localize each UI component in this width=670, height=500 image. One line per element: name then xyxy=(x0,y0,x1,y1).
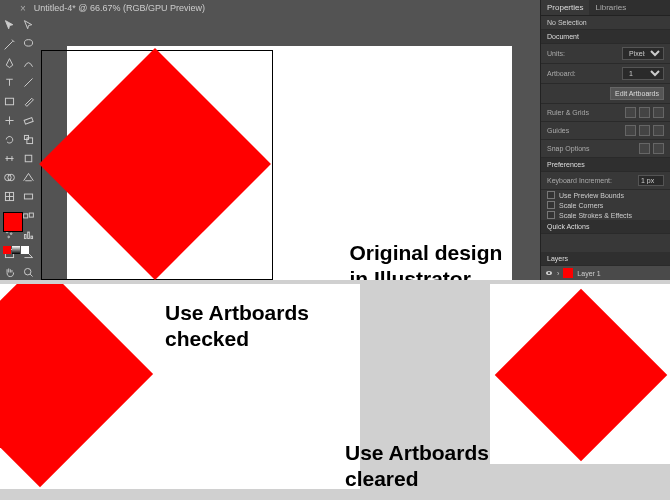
svg-point-0 xyxy=(24,40,32,47)
units-row: Units: Pixels xyxy=(541,44,670,64)
gradient-tool-icon[interactable] xyxy=(19,187,38,206)
type-tool-icon[interactable] xyxy=(0,73,19,92)
export-cleared-example xyxy=(490,284,670,464)
selection-status: No Selection xyxy=(541,16,670,30)
comparison-area xyxy=(0,280,670,500)
units-label: Units: xyxy=(547,50,565,57)
chevron-right-icon[interactable]: › xyxy=(557,270,559,277)
none-mode-icon[interactable] xyxy=(21,246,29,254)
smart-guides-icon[interactable] xyxy=(653,125,664,136)
caption-line: Original design xyxy=(350,241,503,264)
rectangle-tool-icon[interactable] xyxy=(0,92,19,111)
svg-rect-5 xyxy=(25,155,32,162)
lock-guides-icon[interactable] xyxy=(639,125,650,136)
shape-builder-tool-icon[interactable] xyxy=(0,168,19,187)
magic-wand-tool-icon[interactable] xyxy=(0,35,19,54)
caption-cleared: Use Artboards cleared xyxy=(345,440,489,493)
properties-panel: Properties Libraries No Selection Docume… xyxy=(540,0,670,280)
scale-tool-icon[interactable] xyxy=(19,130,38,149)
caption-checked: Use Artboards checked xyxy=(165,300,309,353)
eraser-tool-icon[interactable] xyxy=(19,111,38,130)
checkbox-icon[interactable] xyxy=(547,211,555,219)
artboard[interactable]: Original design in Illustrator xyxy=(67,46,512,281)
guides-row: Guides xyxy=(541,122,670,140)
section-preferences: Preferences xyxy=(541,158,670,172)
layer-name[interactable]: Layer 1 xyxy=(577,270,600,277)
tab-libraries[interactable]: Libraries xyxy=(589,0,632,15)
snap-pixel-icon[interactable] xyxy=(639,143,650,154)
width-tool-icon[interactable] xyxy=(0,149,19,168)
edit-artboards-button[interactable]: Edit Artboards xyxy=(610,87,664,100)
shaper-tool-icon[interactable] xyxy=(0,111,19,130)
caption-line: cleared xyxy=(345,467,419,490)
color-swatch[interactable] xyxy=(3,212,33,254)
use-preview-bounds-row[interactable]: Use Preview Bounds xyxy=(541,190,670,200)
curvature-tool-icon[interactable] xyxy=(19,54,38,73)
ruler-grids-row: Ruler & Grids xyxy=(541,104,670,122)
kb-increment-input[interactable] xyxy=(638,175,664,186)
fill-color-swatch[interactable] xyxy=(3,212,23,232)
red-diamond-shape xyxy=(495,289,668,462)
illustrator-window: × Untitled-4* @ 66.67% (RGB/GPU Preview) xyxy=(0,0,670,280)
snap-options-label: Snap Options xyxy=(547,145,589,152)
checkbox-icon[interactable] xyxy=(547,191,555,199)
layer-thumbnail xyxy=(563,268,573,278)
kb-increment-label: Keyboard Increment: xyxy=(547,177,612,184)
pen-tool-icon[interactable] xyxy=(0,54,19,73)
toolbox xyxy=(0,16,38,252)
free-transform-tool-icon[interactable] xyxy=(19,149,38,168)
visibility-icon[interactable] xyxy=(545,269,553,277)
color-mode-icon[interactable] xyxy=(3,246,11,254)
artboard-row: Artboard: 1 xyxy=(541,64,670,84)
document-title: Untitled-4* @ 66.67% (RGB/GPU Preview) xyxy=(34,3,205,13)
scale-strokes-row[interactable]: Scale Strokes & Effects xyxy=(541,210,670,220)
svg-rect-2 xyxy=(24,118,33,125)
svg-point-19 xyxy=(24,268,31,275)
paintbrush-tool-icon[interactable] xyxy=(19,92,38,111)
show-guides-icon[interactable] xyxy=(625,125,636,136)
svg-rect-9 xyxy=(24,194,32,199)
direct-selection-tool-icon[interactable] xyxy=(19,16,38,35)
scale-corners-row[interactable]: Scale Corners xyxy=(541,200,670,210)
artboard-select[interactable]: 1 xyxy=(622,67,664,80)
layer-row[interactable]: › Layer 1 xyxy=(541,266,670,280)
ruler-grids-label: Ruler & Grids xyxy=(547,109,589,116)
mesh-tool-icon[interactable] xyxy=(0,187,19,206)
caption-line: Use Artboards xyxy=(345,441,489,464)
artboard-label: Artboard: xyxy=(547,70,576,77)
checkbox-label: Use Preview Bounds xyxy=(559,192,624,199)
keyboard-increment-row: Keyboard Increment: xyxy=(541,172,670,190)
close-tab-icon[interactable]: × xyxy=(20,3,26,14)
section-quick-actions: Quick Actions xyxy=(541,220,670,234)
perspective-grid-tool-icon[interactable] xyxy=(19,168,38,187)
red-diamond-shape xyxy=(0,284,153,487)
lasso-tool-icon[interactable] xyxy=(19,35,38,54)
tab-properties[interactable]: Properties xyxy=(541,0,589,15)
selection-tool-icon[interactable] xyxy=(0,16,19,35)
snap-options-row: Snap Options xyxy=(541,140,670,158)
canvas-area[interactable]: Original design in Illustrator xyxy=(38,16,540,280)
layers-header: Layers xyxy=(541,252,670,266)
checkbox-label: Scale Strokes & Effects xyxy=(559,212,632,219)
panel-tabs: Properties Libraries xyxy=(541,0,670,16)
ruler-icon[interactable] xyxy=(625,107,636,118)
checkbox-label: Scale Corners xyxy=(559,202,603,209)
svg-rect-1 xyxy=(5,98,13,105)
gradient-mode-icon[interactable] xyxy=(12,246,20,254)
caption-line: Use Artboards xyxy=(165,301,309,324)
guides-label: Guides xyxy=(547,127,569,134)
svg-point-21 xyxy=(548,272,550,274)
caption-line: checked xyxy=(165,327,249,350)
layers-panel: Layers › Layer 1 xyxy=(541,252,670,280)
units-select[interactable]: Pixels xyxy=(622,47,664,60)
snap-point-icon[interactable] xyxy=(653,143,664,154)
edit-artboards-row: Edit Artboards xyxy=(541,84,670,104)
svg-rect-4 xyxy=(27,138,33,144)
section-document: Document xyxy=(541,30,670,44)
checkbox-icon[interactable] xyxy=(547,201,555,209)
line-tool-icon[interactable] xyxy=(19,73,38,92)
transparency-grid-icon[interactable] xyxy=(653,107,664,118)
rotate-tool-icon[interactable] xyxy=(0,130,19,149)
grid-icon[interactable] xyxy=(639,107,650,118)
